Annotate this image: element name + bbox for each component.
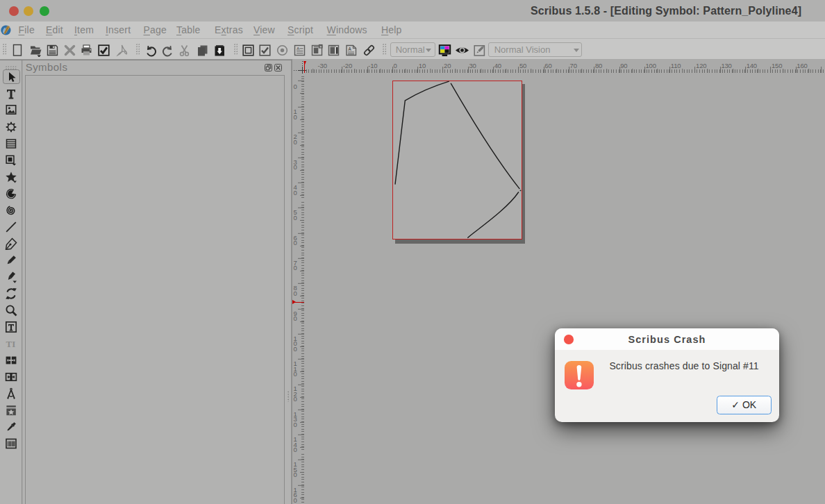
svg-text:A: A (348, 47, 351, 51)
svg-text:TI: TI (6, 338, 16, 348)
svg-text:A: A (297, 46, 300, 50)
